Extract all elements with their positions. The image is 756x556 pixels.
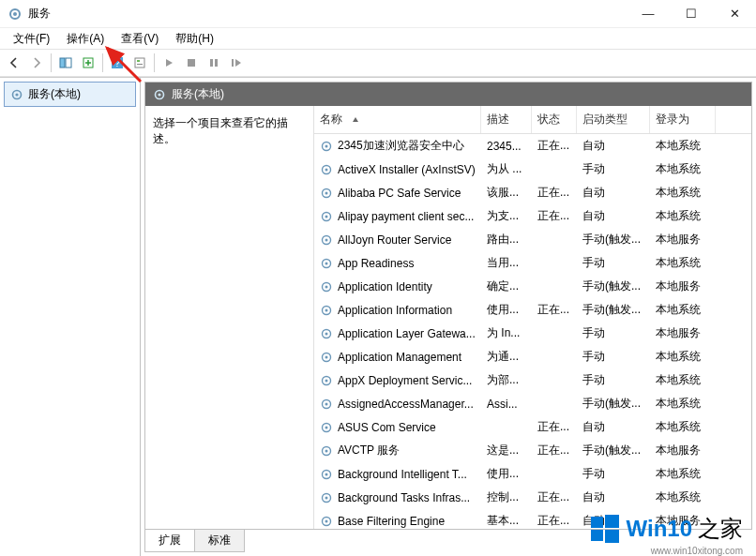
service-row[interactable]: Alibaba PC Safe Service该服...正在...自动本地系统	[314, 181, 751, 204]
column-logon-as[interactable]: 登录为	[650, 106, 716, 133]
detail-inner: 服务(本地) 选择一个项目来查看它的描述。 名称 描述 状态 启动类型	[144, 82, 752, 530]
gear-icon	[320, 444, 333, 458]
service-desc-cell: 使用...	[481, 464, 532, 484]
gear-icon	[320, 351, 333, 364]
stop-service-button[interactable]	[181, 53, 202, 73]
service-start-cell: 手动	[577, 323, 650, 343]
svg-rect-12	[215, 59, 218, 67]
minimize-button[interactable]: —	[627, 0, 670, 28]
service-row[interactable]: AllJoyn Router Service路由...手动(触发...本地服务	[314, 228, 751, 251]
sort-asc-icon	[352, 116, 359, 124]
menu-view[interactable]: 查看(V)	[113, 29, 166, 49]
service-name: AppX Deployment Servic...	[338, 374, 472, 387]
svg-rect-11	[210, 59, 213, 67]
service-status-cell: 正在...	[532, 417, 577, 437]
service-desc-cell: 为从 ...	[481, 159, 532, 179]
menu-action[interactable]: 操作(A)	[59, 29, 112, 49]
svg-point-49	[325, 496, 328, 499]
service-status-cell: 正在...	[532, 206, 577, 226]
export-list-button[interactable]	[78, 53, 98, 73]
service-row[interactable]: Background Tasks Infras...控制...正在...自动本地…	[314, 486, 751, 509]
service-logon-cell: 本地服务	[650, 277, 716, 296]
show-hide-tree-button[interactable]	[55, 53, 76, 73]
tab-standard[interactable]: 标准	[194, 530, 245, 552]
service-row[interactable]: AssignedAccessManager...Assi...手动(触发...本…	[314, 392, 751, 415]
service-logon-cell: 本地服务	[650, 441, 716, 460]
restart-service-button[interactable]	[226, 53, 247, 73]
start-service-button[interactable]	[159, 53, 179, 73]
close-icon: ✕	[730, 7, 740, 21]
gear-icon	[320, 257, 333, 270]
close-button[interactable]: ✕	[713, 0, 756, 28]
service-desc-cell: 路由...	[481, 230, 532, 249]
service-row[interactable]: 2345加速浏览器安全中心2345...正在...自动本地系统	[314, 134, 751, 158]
service-row[interactable]: Alipay payment client sec...为支...正在...自动…	[314, 204, 751, 228]
minimize-icon: —	[643, 7, 655, 21]
service-row[interactable]: ASUS Com Service正在...自动本地系统	[314, 415, 751, 439]
tree-root-item[interactable]: 服务(本地)	[4, 82, 136, 107]
column-description[interactable]: 描述	[481, 106, 532, 133]
gear-icon	[320, 398, 333, 411]
gear-icon	[320, 233, 333, 247]
service-row[interactable]: App Readiness当用...手动本地系统	[314, 251, 751, 275]
help-button[interactable]: ?	[107, 53, 128, 73]
service-start-cell: 手动(触发...	[577, 300, 650, 320]
menubar: 文件(F) 操作(A) 查看(V) 帮助(H)	[0, 28, 756, 49]
service-logon-cell: 本地系统	[650, 347, 716, 367]
service-row[interactable]: Application Layer Gatewa...为 In...手动本地服务	[314, 322, 751, 345]
gear-icon	[320, 304, 333, 317]
service-name-cell: ActiveX Installer (AxInstSV)	[314, 161, 481, 178]
service-row[interactable]: Application Information使用...正在...手动(触发..…	[314, 298, 751, 322]
svg-point-51	[325, 519, 328, 522]
service-row[interactable]: Background Intelligent T...使用...手动本地系统	[314, 462, 751, 486]
maximize-icon: ☐	[686, 7, 697, 21]
gear-icon	[320, 280, 333, 293]
service-status-cell	[532, 332, 577, 336]
service-row[interactable]: AppX Deployment Servic...为部...手动本地系统	[314, 368, 751, 392]
svg-point-35	[325, 332, 328, 335]
service-row[interactable]: Application Management为通...手动本地系统	[314, 345, 751, 368]
menu-help[interactable]: 帮助(H)	[168, 29, 221, 49]
service-row[interactable]: Base Filtering Engine基本...正在...自动本地服务	[314, 509, 751, 529]
service-row[interactable]: ActiveX Installer (AxInstSV)为从 ...手动本地系统	[314, 158, 751, 181]
svg-rect-9	[137, 64, 143, 65]
svg-rect-7	[135, 58, 144, 68]
gear-icon	[320, 327, 333, 340]
gear-icon	[320, 468, 333, 481]
service-status-cell	[532, 262, 577, 265]
column-name[interactable]: 名称	[314, 106, 481, 133]
service-desc-cell: 2345...	[481, 138, 532, 155]
pause-service-button[interactable]	[204, 53, 224, 73]
service-logon-cell: 本地系统	[650, 206, 716, 226]
service-name-cell: 2345加速浏览器安全中心	[314, 136, 481, 156]
detail-body: 选择一个项目来查看它的描述。 名称 描述 状态 启动类型 登录为 2345加速浏…	[145, 106, 751, 529]
service-name-cell: Alibaba PC Safe Service	[314, 185, 481, 202]
column-startup-type[interactable]: 启动类型	[577, 106, 650, 133]
gear-icon	[10, 88, 23, 101]
service-row[interactable]: AVCTP 服务这是...正在...手动(触发...本地服务	[314, 439, 751, 462]
tab-extended[interactable]: 扩展	[144, 530, 195, 552]
service-start-cell: 手动(触发...	[577, 394, 650, 413]
services-rows[interactable]: 2345加速浏览器安全中心2345...正在...自动本地系统ActiveX I…	[314, 134, 751, 529]
service-logon-cell: 本地系统	[650, 394, 716, 413]
svg-text:?: ?	[114, 57, 120, 68]
menu-file[interactable]: 文件(F)	[6, 29, 57, 49]
service-desc-cell: 使用...	[481, 300, 532, 320]
svg-rect-13	[232, 59, 234, 67]
service-name: Application Information	[338, 304, 452, 317]
service-logon-cell: 本地系统	[650, 488, 716, 507]
svg-point-43	[325, 426, 328, 428]
back-button[interactable]	[4, 53, 24, 73]
svg-point-47	[325, 473, 328, 475]
service-name-cell: AppX Deployment Servic...	[314, 372, 481, 389]
workspace: 服务(本地) 服务(本地) 选择一个项目来查看它的描述。 名称	[0, 77, 756, 556]
maximize-button[interactable]: ☐	[670, 0, 713, 28]
properties-button[interactable]	[129, 53, 150, 73]
column-status[interactable]: 状态	[532, 106, 577, 133]
detail-header: 服务(本地)	[145, 83, 751, 106]
service-row[interactable]: Application Identity确定...手动(触发...本地服务	[314, 275, 751, 298]
svg-point-29	[325, 262, 328, 264]
service-desc-cell: 当用...	[481, 253, 532, 273]
service-desc-cell: 为部...	[481, 370, 532, 390]
forward-button[interactable]	[26, 53, 47, 73]
